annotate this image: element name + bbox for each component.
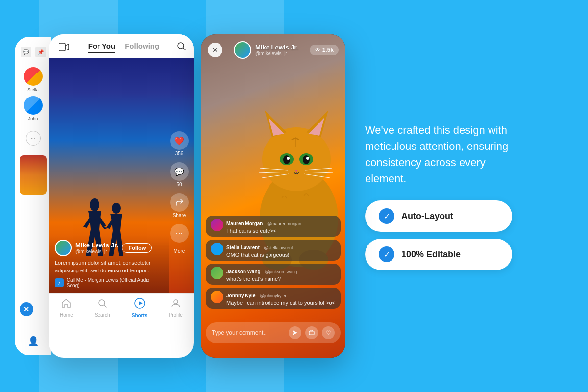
- auto-layout-check-icon: ✓: [379, 208, 394, 224]
- live-close-button[interactable]: ✕: [208, 43, 222, 57]
- video-username: Mike Lewis Jr.: [75, 242, 118, 249]
- video-icon[interactable]: [57, 40, 71, 54]
- main-container: 💬 📌 Stella John ···: [0, 0, 588, 392]
- partial-story-name-john: John: [28, 116, 38, 121]
- live-handle: @mikelewis_jr: [255, 51, 298, 56]
- audio-icon: ♪: [55, 278, 64, 287]
- share-live-icon[interactable]: [305, 326, 318, 339]
- editable-button[interactable]: ✓ 100% Editable: [365, 239, 512, 270]
- svg-marker-9: [139, 301, 143, 305]
- partial-story-john[interactable]: John: [24, 96, 43, 121]
- comment-text-4: Maybe I can introduce my cat to yours lo…: [226, 300, 336, 306]
- svg-point-21: [287, 157, 290, 160]
- right-content: We've crafted this design with meticulou…: [345, 102, 573, 290]
- live-header: ✕ Mike Lewis Jr. @mikelewis_jr 👁 1.5k: [201, 34, 345, 64]
- svg-rect-0: [59, 43, 65, 51]
- svg-point-6: [99, 300, 105, 306]
- editable-check-icon: ✓: [379, 246, 394, 262]
- comment-avatar-4: [211, 291, 223, 303]
- auto-layout-button[interactable]: ✓ Auto-Layout: [365, 200, 512, 232]
- comment-2: Stella Lawrent @stellalawrent_ OMG that …: [206, 240, 341, 261]
- feature-buttons: ✓ Auto-Layout ✓ 100% Editable: [365, 200, 554, 270]
- commenter-handle-2: @stellalawrent_: [264, 245, 295, 250]
- partial-story-name-stella: Stella: [27, 87, 39, 92]
- tab-following[interactable]: Following: [125, 42, 159, 53]
- comment-input-placeholder: Type your comment..: [212, 329, 285, 336]
- nav-search[interactable]: Search: [95, 298, 110, 318]
- nav-shorts[interactable]: Shorts: [132, 298, 147, 318]
- video-description: Lorem ipsum dolor sit amet, consectetur …: [55, 259, 163, 274]
- viewer-count: 1.5k: [322, 47, 334, 53]
- svg-point-10: [174, 300, 178, 304]
- comment-4: Johnny Kyle @johnnykylee Maybe I can int…: [206, 288, 341, 309]
- audio-text: Call Me - Morgan Lewis (Official Audio S…: [67, 277, 163, 288]
- more-button[interactable]: ···: [170, 224, 189, 243]
- svg-point-4: [90, 198, 99, 211]
- share-button[interactable]: Share: [170, 193, 189, 218]
- svg-line-7: [104, 305, 106, 307]
- commenter-handle-1: @maurenmorgan_: [267, 221, 304, 226]
- comment-text-3: what's the cat's name?: [226, 276, 336, 282]
- svg-line-3: [183, 48, 185, 50]
- like-live-icon[interactable]: ♡: [322, 326, 335, 339]
- partial-video-thumb: [20, 155, 47, 195]
- comment-text-2: OMG that cat is gorgeous!: [226, 252, 336, 258]
- svg-marker-33: [293, 330, 297, 335]
- nav-shorts-label: Shorts: [132, 313, 147, 318]
- nav-search-label: Search: [95, 312, 110, 318]
- comment-action-icons: ♡: [289, 326, 335, 339]
- commenter-name-2: Stella Lawrent: [226, 245, 260, 250]
- video-user-row: Mike Lewis Jr. @mikelewis_jr Follow: [55, 240, 163, 256]
- comment-text-1: That cat is so cute><: [226, 228, 336, 234]
- comment-button[interactable]: 💬 50: [170, 162, 189, 187]
- commenter-handle-3: @jackson_wang: [265, 270, 297, 274]
- comment-avatar-3: [211, 267, 223, 279]
- partial-message-icon[interactable]: ···: [26, 131, 41, 146]
- live-username: Mike Lewis Jr.: [255, 44, 298, 51]
- comment-3: Jackson Wang @jackson_wang what's the ca…: [206, 264, 341, 285]
- search-button[interactable]: [177, 42, 186, 52]
- nav-profile-label: Profile: [169, 312, 183, 318]
- header-tabs: For You Following: [88, 42, 159, 53]
- svg-point-22: [306, 157, 309, 160]
- commenter-handle-4: @johnnykylee: [260, 294, 288, 298]
- nav-home-label: Home: [60, 312, 73, 318]
- nav-profile[interactable]: Profile: [169, 298, 183, 318]
- partial-story-stella[interactable]: Stella: [24, 67, 43, 92]
- commenter-name-1: Mauren Morgan: [226, 221, 263, 226]
- follow-button[interactable]: Follow: [122, 243, 152, 253]
- commenter-name-3: Jackson Wang: [226, 269, 261, 274]
- svg-rect-34: [309, 331, 314, 335]
- live-viewers: 👁 1.5k: [310, 45, 339, 55]
- tab-for-you[interactable]: For You: [88, 42, 115, 53]
- like-button[interactable]: ❤️ 356: [170, 131, 189, 156]
- nav-home[interactable]: Home: [60, 298, 73, 318]
- svg-point-2: [178, 43, 184, 49]
- commenter-name-4: Johnny Kyle: [226, 293, 255, 298]
- send-icon[interactable]: [289, 326, 301, 339]
- video-info-overlay: Mike Lewis Jr. @mikelewis_jr Follow Lore…: [49, 235, 169, 293]
- live-user-info: Mike Lewis Jr. @mikelewis_jr: [234, 41, 298, 59]
- svg-point-19: [283, 155, 290, 164]
- partial-nav-icon: 👤: [28, 336, 39, 346]
- phone-live: ✕ Mike Lewis Jr. @mikelewis_jr 👁 1.5k Ma…: [201, 34, 345, 358]
- partial-top-icons: 💬 📌: [21, 47, 46, 57]
- partial-bottom-nav: 👤: [15, 326, 51, 355]
- svg-point-20: [303, 155, 310, 164]
- audio-row: ♪ Call Me - Morgan Lewis (Official Audio…: [55, 277, 163, 288]
- editable-label: 100% Editable: [401, 249, 461, 260]
- live-avatar: [234, 41, 251, 59]
- partial-close-button[interactable]: ✕: [20, 302, 33, 316]
- auto-layout-label: Auto-Layout: [401, 211, 453, 221]
- svg-marker-1: [65, 44, 69, 50]
- comments-overlay: Mauren Morgan @maurenmorgan_ That cat is…: [206, 216, 341, 309]
- video-content: ❤️ 356 💬 50 Share ··· More: [49, 58, 194, 293]
- feature-description: We've crafted this design with meticulou…: [365, 122, 522, 187]
- phone-header: For You Following: [49, 34, 194, 58]
- comment-input-bar[interactable]: Type your comment.. ♡: [206, 322, 341, 343]
- video-actions: ❤️ 356 💬 50 Share ··· More: [170, 131, 189, 254]
- phone-left-partial: 💬 📌 Stella John ···: [15, 37, 51, 355]
- more-label: More: [174, 248, 185, 254]
- comment-1: Mauren Morgan @maurenmorgan_ That cat is…: [206, 216, 341, 237]
- video-handle: @mikelewis_jr: [75, 249, 118, 254]
